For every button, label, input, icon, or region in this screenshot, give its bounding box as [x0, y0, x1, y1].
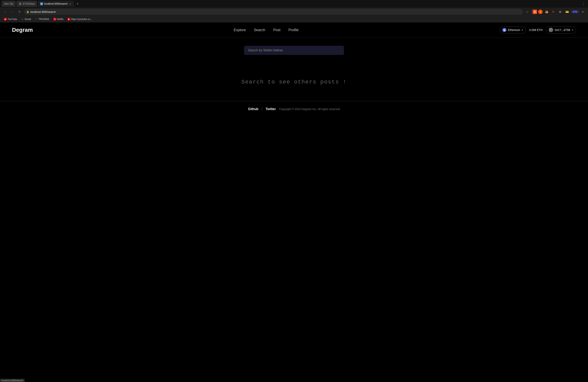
nav-right: ◆ Ethereum ▾ 0.008 ETH 0xC7...d75B ▾ [499, 26, 576, 34]
brave-shield-icon[interactable]: B [533, 10, 537, 14]
footer-copyright: Copyright © 2023 Degram Inc. All rights … [279, 108, 340, 111]
nav-post[interactable]: Post [273, 28, 280, 32]
forward-button[interactable]: › [10, 9, 15, 15]
nav-search[interactable]: Search [254, 28, 265, 32]
back-icon: ‹ [5, 10, 6, 13]
bookmark-netflix-label: Netflix [57, 18, 63, 20]
bookmark-trading[interactable]: T TRADING [33, 17, 51, 21]
ethereum-icon: ◆ [503, 28, 506, 32]
toolbar-icons: ☆ B ▲ 🦊 ⟳ ⊞ 💳 VPN ≡ [525, 9, 586, 15]
app-navbar: Degram Explore Search Post Profile ◆ Eth… [0, 22, 588, 38]
wallet-avatar-icon [549, 28, 553, 32]
brave-rewards-icon[interactable]: ⟳ [551, 9, 556, 15]
bookmark-icon[interactable]: ☆ [525, 9, 530, 15]
browser-toolbar: ‹ › ↻ 🔒 localhost:3000/search ☆ B ▲ 🦊 ⟳ … [0, 8, 588, 16]
extensions-icon[interactable]: 🦊 [544, 9, 549, 15]
vpn-badge[interactable]: VPN [571, 10, 579, 13]
tab-newtab[interactable]: New Tab [1, 1, 16, 7]
bookmark-gmail[interactable]: M Gmail [20, 17, 32, 21]
bookmark-youtube[interactable]: ▶ YouTube [2, 17, 19, 21]
network-button[interactable]: ◆ Ethereum ▾ [499, 27, 526, 33]
active-tab-favicon: D [40, 2, 43, 5]
empty-state-message: Search to see others posts ! [241, 79, 347, 85]
menu-icon[interactable]: ≡ [580, 9, 586, 15]
app-content: Degram Explore Search Post Profile ◆ Eth… [0, 22, 588, 382]
trading-favicon-icon: T [35, 18, 38, 20]
bookmark-netflix[interactable]: N Netflix [52, 17, 65, 21]
main-content: Search to see others posts ! [0, 63, 588, 101]
wallet-button[interactable]: 0xC7...d75B ▾ [546, 26, 576, 34]
bookmark-trading-label: TRADING [39, 18, 49, 20]
tab-ethglobal-label: ETHGlobal [23, 2, 35, 5]
app-footer: Github | Twitter Copyright © 2023 Degram… [0, 101, 588, 117]
new-tab-button[interactable]: + [75, 1, 80, 7]
tab-newtab-label: New Tab [4, 2, 13, 5]
browser-chrome: New Tab E ETHGlobal D localhost:3000/sea… [0, 0, 588, 22]
nav-profile[interactable]: Profile [288, 28, 299, 32]
ytlink-favicon-icon: ▶ [68, 18, 70, 20]
wallet-extension-icon[interactable]: 💳 [564, 9, 570, 15]
bookmark-ytlink-label: https://youtube.co... [71, 18, 92, 20]
lock-icon: 🔒 [26, 11, 29, 13]
tab-active-label: localhost:3000/search [44, 2, 68, 5]
github-link[interactable]: Github [248, 107, 258, 111]
refresh-button[interactable]: ↻ [17, 9, 22, 15]
search-bar-container [244, 46, 344, 55]
search-input[interactable] [244, 46, 344, 55]
tab-bar: New Tab E ETHGlobal D localhost:3000/sea… [0, 0, 588, 8]
bat-icon[interactable]: ▲ [538, 10, 543, 14]
address-bar[interactable]: 🔒 localhost:3000/search [24, 9, 523, 15]
network-chevron-icon: ▾ [522, 29, 523, 31]
forward-icon: › [12, 10, 13, 13]
back-button[interactable]: ‹ [2, 9, 8, 15]
refresh-icon: ↻ [18, 10, 21, 13]
search-section [0, 38, 588, 63]
bookmark-ytlink[interactable]: ▶ https://youtube.co... [66, 17, 94, 21]
gmail-favicon-icon: M [21, 18, 24, 20]
wallet-address: 0xC7...d75B [555, 28, 570, 32]
twitter-link[interactable]: Twitter [266, 107, 276, 111]
bookmarks-bar: ▶ YouTube M Gmail T TRADING N Netflix ▶ … [0, 16, 588, 22]
ethglobal-favicon: E [19, 2, 21, 5]
network-label: Ethereum [508, 28, 520, 32]
bookmark-youtube-label: YouTube [8, 18, 17, 20]
tab-minimize-icon[interactable]: ⋮ [581, 1, 587, 7]
tab-active[interactable]: D localhost:3000/search ✕ [38, 1, 74, 7]
nav-links: Explore Search Post Profile [234, 28, 299, 32]
app-logo[interactable]: Degram [12, 27, 33, 33]
netflix-favicon-icon: N [53, 18, 56, 20]
eth-balance: 0.008 ETH [529, 28, 543, 32]
status-url: localhost:3000/search [1, 379, 23, 382]
youtube-favicon-icon: ▶ [4, 18, 7, 20]
sidebar-icon[interactable]: ⊞ [557, 9, 563, 15]
footer-divider: | [262, 107, 262, 111]
tab-ethglobal[interactable]: E ETHGlobal [16, 1, 37, 7]
close-tab-icon[interactable]: ✕ [69, 2, 72, 5]
nav-explore[interactable]: Explore [234, 28, 246, 32]
wallet-chevron-icon: ▾ [572, 29, 573, 31]
bookmark-gmail-label: Gmail [25, 18, 31, 20]
status-bar: localhost:3000/search [0, 379, 25, 382]
address-text: localhost:3000/search [30, 10, 56, 13]
